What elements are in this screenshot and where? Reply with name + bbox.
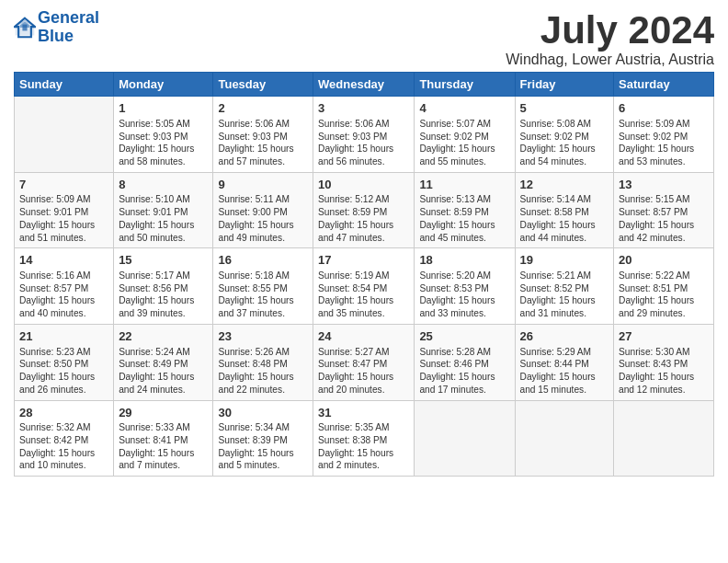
day-info-line: Daylight: 15 hours [19, 294, 108, 307]
day-number: 6 [619, 100, 709, 117]
day-info-line: Sunrise: 5:35 AM [318, 421, 409, 434]
calendar-cell: 9Sunrise: 5:11 AMSunset: 9:00 PMDaylight… [213, 172, 313, 248]
day-info-line: and 39 minutes. [119, 307, 208, 320]
day-number: 24 [318, 328, 409, 345]
calendar-cell: 25Sunrise: 5:28 AMSunset: 8:46 PMDayligh… [415, 325, 515, 401]
calendar-cell: 24Sunrise: 5:27 AMSunset: 8:47 PMDayligh… [313, 325, 415, 401]
day-info-line: Daylight: 15 hours [619, 294, 709, 307]
day-info-line: Daylight: 15 hours [419, 371, 509, 384]
day-info-line: Sunrise: 5:29 AM [520, 346, 609, 359]
day-info-line: Sunset: 8:55 PM [218, 282, 308, 295]
day-info-line: and 22 minutes. [218, 384, 308, 396]
day-info-line: Sunset: 8:41 PM [119, 434, 208, 447]
day-info-line: Sunset: 8:46 PM [419, 358, 509, 371]
calendar-cell: 6Sunrise: 5:09 AMSunset: 9:02 PMDaylight… [614, 97, 714, 173]
day-info-line: and 47 minutes. [318, 232, 409, 245]
day-info-line: Daylight: 15 hours [218, 219, 308, 232]
day-info-line: Daylight: 15 hours [318, 219, 409, 232]
day-info-line: Sunrise: 5:12 AM [318, 193, 409, 206]
day-info-line: Sunrise: 5:11 AM [218, 193, 308, 206]
day-info-line: Daylight: 15 hours [19, 371, 108, 384]
calendar-cell: 21Sunrise: 5:23 AMSunset: 8:50 PMDayligh… [15, 325, 114, 401]
day-number: 20 [619, 252, 709, 269]
day-number: 2 [218, 100, 308, 117]
day-info-line: Sunrise: 5:08 AM [520, 118, 609, 131]
day-info-line: Daylight: 15 hours [318, 447, 409, 460]
day-info-line: and 50 minutes. [119, 232, 208, 245]
day-info-line: Daylight: 15 hours [318, 294, 409, 307]
day-number: 4 [419, 100, 509, 117]
day-info-line: Daylight: 15 hours [19, 447, 108, 460]
day-info-line: Daylight: 15 hours [119, 294, 208, 307]
calendar-cell: 13Sunrise: 5:15 AMSunset: 8:57 PMDayligh… [614, 172, 714, 248]
day-info-line: and 20 minutes. [318, 384, 409, 396]
day-number: 11 [419, 177, 509, 193]
day-number: 15 [119, 252, 208, 269]
day-info-line: Sunrise: 5:10 AM [119, 193, 208, 206]
calendar-cell: 27Sunrise: 5:30 AMSunset: 8:43 PMDayligh… [614, 325, 714, 401]
day-info-line: Daylight: 15 hours [619, 371, 709, 384]
day-info-line: Sunset: 9:02 PM [419, 131, 509, 144]
day-info-line: Sunset: 9:01 PM [19, 206, 108, 219]
day-info-line: Sunset: 8:57 PM [19, 282, 108, 295]
day-info-line: and 54 minutes. [520, 155, 609, 168]
day-info-line: Sunrise: 5:30 AM [619, 346, 709, 359]
page-container: General Blue July 2024 Windhag, Lower Au… [0, 0, 728, 481]
calendar-cell: 30Sunrise: 5:34 AMSunset: 8:39 PMDayligh… [213, 400, 313, 477]
day-info-line: Sunrise: 5:16 AM [19, 270, 108, 282]
day-number: 23 [218, 328, 308, 345]
day-info-line: Sunset: 8:42 PM [19, 434, 108, 447]
day-info-line: Sunrise: 5:34 AM [218, 421, 308, 434]
calendar-week-row-2: 7Sunrise: 5:09 AMSunset: 9:01 PMDaylight… [15, 172, 714, 248]
day-info-line: Daylight: 15 hours [218, 294, 308, 307]
col-sunday: Sunday [15, 73, 114, 97]
calendar-cell: 7Sunrise: 5:09 AMSunset: 9:01 PMDaylight… [15, 172, 114, 248]
day-info-line: Daylight: 15 hours [419, 143, 509, 155]
day-info-line: and 56 minutes. [318, 155, 409, 168]
day-info-line: Sunrise: 5:21 AM [520, 270, 609, 282]
day-number: 25 [419, 328, 509, 345]
calendar-cell: 15Sunrise: 5:17 AMSunset: 8:56 PMDayligh… [114, 248, 213, 325]
day-info-line: Daylight: 15 hours [619, 143, 709, 155]
day-info-line: Sunset: 8:53 PM [419, 282, 509, 295]
calendar-cell [614, 400, 714, 477]
day-number: 27 [619, 328, 709, 345]
calendar-cell: 29Sunrise: 5:33 AMSunset: 8:41 PMDayligh… [114, 400, 213, 477]
day-info-line: and 12 minutes. [619, 384, 709, 396]
day-info-line: Sunrise: 5:06 AM [218, 118, 308, 131]
calendar-cell: 28Sunrise: 5:32 AMSunset: 8:42 PMDayligh… [15, 400, 114, 477]
day-info-line: and 55 minutes. [419, 155, 509, 168]
day-info-line: Daylight: 15 hours [318, 371, 409, 384]
calendar-cell: 8Sunrise: 5:10 AMSunset: 9:01 PMDaylight… [114, 172, 213, 248]
day-info-line: and 15 minutes. [520, 384, 609, 396]
calendar-cell: 14Sunrise: 5:16 AMSunset: 8:57 PMDayligh… [15, 248, 114, 325]
calendar-header-row: Sunday Monday Tuesday Wednesday Thursday… [15, 73, 714, 97]
day-info-line: Sunrise: 5:09 AM [619, 118, 709, 131]
day-number: 10 [318, 177, 409, 193]
calendar-week-row-1: 1Sunrise: 5:05 AMSunset: 9:03 PMDaylight… [15, 97, 714, 173]
calendar-cell: 12Sunrise: 5:14 AMSunset: 8:58 PMDayligh… [515, 172, 614, 248]
calendar-cell: 20Sunrise: 5:22 AMSunset: 8:51 PMDayligh… [614, 248, 714, 325]
day-number: 18 [419, 252, 509, 269]
day-info-line: and 35 minutes. [318, 307, 409, 320]
calendar-cell: 16Sunrise: 5:18 AMSunset: 8:55 PMDayligh… [213, 248, 313, 325]
location-title: Windhag, Lower Austria, Austria [506, 52, 714, 68]
day-number: 22 [119, 328, 208, 345]
day-info-line: Sunset: 8:56 PM [119, 282, 208, 295]
day-info-line: Sunrise: 5:23 AM [19, 346, 108, 359]
day-info-line: Sunset: 8:59 PM [318, 206, 409, 219]
calendar-cell: 4Sunrise: 5:07 AMSunset: 9:02 PMDaylight… [415, 97, 515, 173]
svg-rect-3 [22, 24, 27, 30]
day-info-line: Sunset: 8:47 PM [318, 358, 409, 371]
day-info-line: Sunrise: 5:28 AM [419, 346, 509, 359]
day-info-line: Daylight: 15 hours [119, 371, 208, 384]
header: General Blue July 2024 Windhag, Lower Au… [14, 9, 714, 68]
day-info-line: Sunrise: 5:13 AM [419, 193, 509, 206]
day-info-line: Sunset: 8:48 PM [218, 358, 308, 371]
month-title: July 2024 [506, 9, 714, 52]
col-monday: Monday [114, 73, 213, 97]
day-info-line: Sunrise: 5:17 AM [119, 270, 208, 282]
day-info-line: Sunset: 9:00 PM [218, 206, 308, 219]
day-info-line: Sunrise: 5:27 AM [318, 346, 409, 359]
day-info-line: and 17 minutes. [419, 384, 509, 396]
